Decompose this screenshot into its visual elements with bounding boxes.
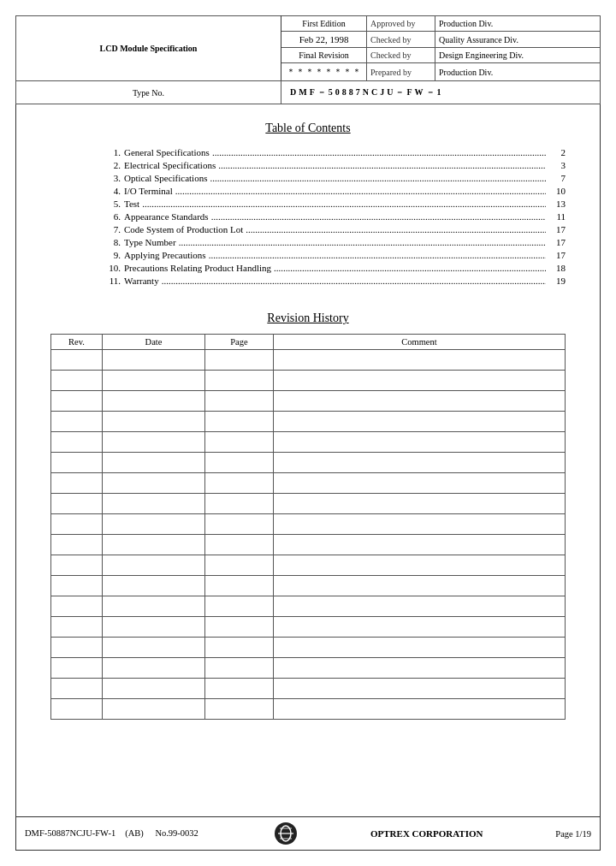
revision-cell (103, 638, 205, 658)
prepared-by-value: Production Div. (435, 63, 601, 81)
revision-cell (103, 412, 205, 432)
toc-item-dots (246, 224, 546, 234)
type-number: DMF－50887NCJU－FW－1 (281, 81, 601, 104)
revision-row (51, 638, 566, 658)
toc-item-label: Precautions Relating Product Handling (124, 263, 271, 273)
toc-item-num: 2. (102, 160, 121, 170)
revision-cell (274, 494, 566, 514)
revision-cell (274, 350, 566, 371)
checked-by-label: Checked by (367, 32, 435, 48)
toc-item-label: Type Number (124, 237, 176, 247)
revision-cell (274, 412, 566, 432)
toc-item: 10.Precautions Relating Product Handling… (102, 263, 566, 273)
checked-by-value: Quality Assurance Div. (435, 32, 601, 48)
revision-cell (51, 596, 103, 617)
col-rev: Rev. (51, 335, 103, 350)
revision-row (51, 432, 566, 453)
revision-cell (51, 679, 103, 699)
revision-row (51, 391, 566, 412)
toc-item-num: 6. (102, 211, 121, 222)
toc-item-page: 10 (548, 186, 566, 196)
revision-cell (103, 617, 205, 638)
revision-cell (205, 555, 274, 576)
revision-cell (51, 535, 103, 555)
toc-item-label: General Specifications (124, 147, 210, 157)
revision-cell (51, 555, 103, 576)
toc-item-dots (209, 250, 546, 260)
revision-cell (205, 391, 274, 412)
revision-cell (274, 617, 566, 638)
revision-row (51, 412, 566, 432)
revision-cell (51, 432, 103, 453)
toc-item: 4.I/O Terminal10 (102, 186, 566, 196)
revision-row (51, 658, 566, 679)
toc-item-page: 17 (548, 250, 566, 260)
revision-cell (205, 535, 274, 555)
revision-cell (103, 432, 205, 453)
toc-item-dots (142, 199, 546, 209)
revision-cell (205, 596, 274, 617)
revision-cell (103, 473, 205, 494)
revision-cell (103, 350, 205, 371)
toc-item: 5.Test13 (102, 199, 566, 209)
revision-cell (274, 535, 566, 555)
revision-row (51, 699, 566, 720)
revision-cell (51, 473, 103, 494)
revision-row (51, 514, 566, 535)
revision-cell (103, 514, 205, 535)
revision-cell (205, 638, 274, 658)
asterisks: ＊＊＊＊＊＊＊＊ (281, 63, 367, 81)
revision-table: Rev. Date Page Comment (50, 334, 566, 720)
revision-cell (274, 371, 566, 391)
revision-row (51, 473, 566, 494)
revision-cell (51, 514, 103, 535)
document-title: LCD Module Specification (16, 16, 281, 81)
toc-item-label: Warranty (124, 276, 159, 286)
revision-cell (103, 576, 205, 596)
toc-item-dots (210, 173, 546, 183)
revision-cell (51, 350, 103, 371)
revision-cell (205, 658, 274, 679)
toc-item-page: 19 (548, 276, 566, 286)
revision-row (51, 576, 566, 596)
checked-by2-value: Design Engineering Div. (435, 48, 601, 63)
revision-cell (205, 494, 274, 514)
revision-cell (205, 679, 274, 699)
toc-item-page: 7 (548, 173, 566, 183)
revision-cell (205, 617, 274, 638)
toc-item-label: Applying Precautions (124, 250, 206, 260)
revision-cell (103, 555, 205, 576)
revision-row (51, 371, 566, 391)
revision-row (51, 679, 566, 699)
toc-item-label: I/O Terminal (124, 186, 173, 196)
toc-item-dots (162, 276, 546, 286)
revision-cell (205, 473, 274, 494)
revision-cell (103, 596, 205, 617)
prepared-by-label: Prepared by (367, 63, 435, 81)
revision-cell (205, 350, 274, 371)
toc-item-num: 10. (102, 263, 121, 273)
toc-item-num: 11. (102, 276, 121, 286)
toc-item-dots (179, 237, 546, 247)
toc-item-page: 17 (548, 237, 566, 247)
revision-cell (274, 699, 566, 720)
revision-cell (103, 494, 205, 514)
edition-label: First Edition (281, 16, 367, 32)
revision-cell (205, 371, 274, 391)
toc-item-dots (274, 263, 546, 273)
toc-item-num: 4. (102, 186, 121, 196)
revision-cell (205, 514, 274, 535)
revision-cell (51, 658, 103, 679)
revision-cell (274, 453, 566, 473)
revision-cell (51, 617, 103, 638)
toc-item-label: Code System of Production Lot (124, 224, 243, 234)
revision-cell (274, 391, 566, 412)
toc-item: 8.Type Number17 (102, 237, 566, 247)
revision-row (51, 617, 566, 638)
document-page: LCD Module Specification First Edition A… (0, 0, 616, 866)
revision-cell (51, 699, 103, 720)
footer: DMF-50887NCJU-FW-1 (AB) No.99-0032 OPTRE… (15, 816, 601, 851)
revision-title: Revision History (50, 311, 566, 325)
toc-item-page: 3 (548, 160, 566, 170)
revision-cell (103, 391, 205, 412)
